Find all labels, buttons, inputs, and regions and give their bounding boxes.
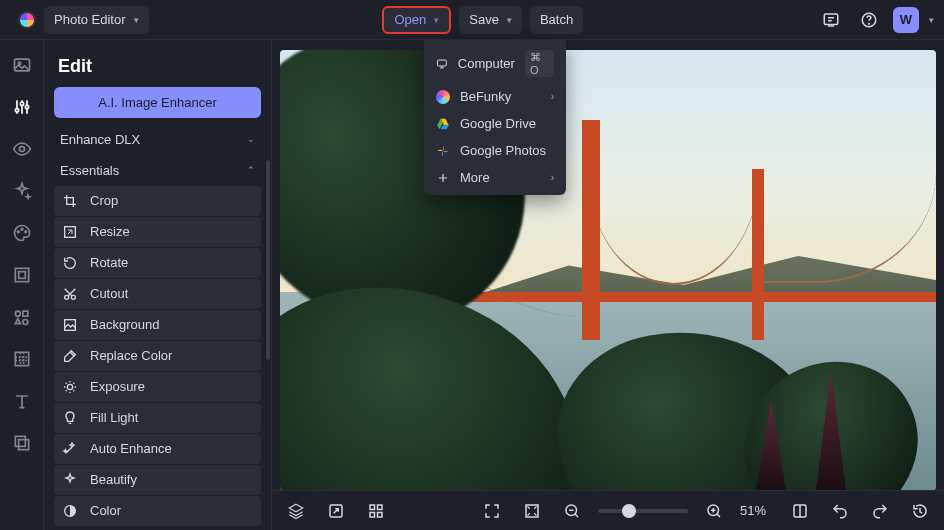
befunky-icon — [436, 90, 450, 104]
open-menu-befunky[interactable]: BeFunky › — [424, 83, 566, 110]
save-button[interactable]: Save ▾ — [459, 6, 522, 34]
batch-label: Batch — [540, 12, 573, 27]
image-icon[interactable] — [11, 54, 33, 76]
tool-resize[interactable]: Resize — [54, 217, 261, 247]
open-menu-google-drive[interactable]: Google Drive — [424, 110, 566, 137]
svg-point-7 — [25, 105, 28, 108]
section-label: Essentials — [60, 163, 119, 178]
sparkle-icon[interactable] — [11, 180, 33, 202]
svg-rect-13 — [18, 272, 25, 279]
avatar-initial: W — [900, 12, 912, 27]
chevron-down-icon: ▾ — [434, 15, 439, 25]
section-enhance-dlx[interactable]: Enhance DLX ⌄ — [54, 124, 261, 155]
ai-enhancer-label: A.I. Image Enhancer — [98, 95, 217, 110]
panel-scrollbar[interactable] — [266, 160, 270, 360]
save-label: Save — [469, 12, 499, 27]
layers-icon[interactable] — [11, 432, 33, 454]
chevron-down-icon: ⌄ — [247, 134, 255, 144]
panel-title: Edit — [54, 50, 261, 87]
tool-rotate[interactable]: Rotate — [54, 248, 261, 278]
frame-icon[interactable] — [11, 264, 33, 286]
palette-icon[interactable] — [11, 222, 33, 244]
chevron-right-icon: › — [551, 172, 554, 183]
chevron-up-icon: ⌃ — [247, 165, 255, 175]
tool-label: Background — [90, 317, 159, 332]
tool-crop[interactable]: Crop — [54, 186, 261, 216]
tool-label: Fill Light — [90, 410, 138, 425]
svg-rect-12 — [15, 268, 28, 281]
bottom-toolbar: 51% — [272, 490, 944, 530]
tool-fill-light[interactable]: Fill Light — [54, 403, 261, 433]
open-menu-google-photos[interactable]: Google Photos — [424, 137, 566, 164]
section-essentials[interactable]: Essentials ⌃ — [54, 155, 261, 186]
menu-label: Google Photos — [460, 143, 546, 158]
app-logo[interactable] — [10, 11, 44, 29]
open-menu-computer[interactable]: Computer ⌘ O — [424, 44, 566, 83]
svg-rect-15 — [22, 311, 27, 316]
tool-label: Replace Color — [90, 348, 172, 363]
grid-icon[interactable] — [362, 497, 390, 525]
tool-color[interactable]: Color — [54, 496, 261, 526]
tool-beautify[interactable]: Beautify — [54, 465, 261, 495]
tool-cutout[interactable]: Cutout — [54, 279, 261, 309]
svg-point-2 — [869, 23, 870, 24]
tool-label: Auto Enhance — [90, 441, 172, 456]
help-icon[interactable] — [855, 6, 883, 34]
section-label: Enhance DLX — [60, 132, 140, 147]
feedback-icon[interactable] — [817, 6, 845, 34]
canvas-image[interactable] — [280, 50, 936, 490]
chevron-down-icon[interactable]: ▾ — [929, 15, 934, 25]
google-photos-icon — [436, 144, 450, 158]
tool-auto-enhance[interactable]: Auto Enhance — [54, 434, 261, 464]
chevron-right-icon: › — [551, 91, 554, 102]
svg-point-9 — [17, 231, 19, 233]
svg-rect-29 — [370, 512, 375, 517]
svg-point-8 — [19, 147, 24, 152]
texture-icon[interactable] — [11, 348, 33, 370]
svg-point-6 — [20, 102, 23, 105]
fit-icon[interactable] — [518, 497, 546, 525]
tool-exposure[interactable]: Exposure — [54, 372, 261, 402]
tool-label: Cutout — [90, 286, 128, 301]
history-icon[interactable] — [906, 497, 934, 525]
top-bar: Photo Editor ▾ Open ▾ Save ▾ Batch W ▾ — [0, 0, 944, 40]
batch-button[interactable]: Batch — [530, 6, 583, 34]
tool-replace-color[interactable]: Replace Color — [54, 341, 261, 371]
sliders-icon[interactable] — [11, 96, 33, 118]
tool-background[interactable]: Background — [54, 310, 261, 340]
open-label: Open — [394, 12, 426, 27]
zoom-in-icon[interactable] — [700, 497, 728, 525]
export-icon[interactable] — [322, 497, 350, 525]
open-menu-more[interactable]: More › — [424, 164, 566, 191]
layers-toggle-icon[interactable] — [282, 497, 310, 525]
app-switcher-label: Photo Editor — [54, 12, 126, 27]
tool-label: Color — [90, 503, 121, 518]
shortcut-badge: ⌘ O — [525, 50, 554, 77]
zoom-out-icon[interactable] — [558, 497, 586, 525]
menu-label: Computer — [458, 56, 515, 71]
undo-icon[interactable] — [826, 497, 854, 525]
compare-icon[interactable] — [786, 497, 814, 525]
avatar[interactable]: W — [893, 7, 919, 33]
svg-rect-16 — [22, 320, 27, 325]
edit-panel: Edit A.I. Image Enhancer Enhance DLX ⌄ E… — [44, 40, 272, 530]
app-switcher[interactable]: Photo Editor ▾ — [44, 6, 149, 34]
eye-icon[interactable] — [11, 138, 33, 160]
svg-point-5 — [15, 109, 18, 112]
shapes-icon[interactable] — [11, 306, 33, 328]
text-icon[interactable] — [11, 390, 33, 412]
left-rail — [0, 40, 44, 530]
ai-enhancer-button[interactable]: A.I. Image Enhancer — [54, 87, 261, 118]
redo-icon[interactable] — [866, 497, 894, 525]
fullscreen-icon[interactable] — [478, 497, 506, 525]
svg-point-24 — [67, 384, 72, 389]
open-button[interactable]: Open ▾ — [382, 6, 451, 34]
svg-point-11 — [24, 231, 26, 233]
essentials-tool-list: Crop Resize Rotate Cutout Background Rep… — [54, 186, 261, 526]
svg-rect-30 — [378, 512, 383, 517]
google-drive-icon — [436, 117, 450, 131]
menu-label: More — [460, 170, 490, 185]
canvas-area: 51% — [272, 40, 944, 530]
zoom-slider[interactable] — [598, 509, 688, 513]
zoom-thumb[interactable] — [622, 504, 636, 518]
